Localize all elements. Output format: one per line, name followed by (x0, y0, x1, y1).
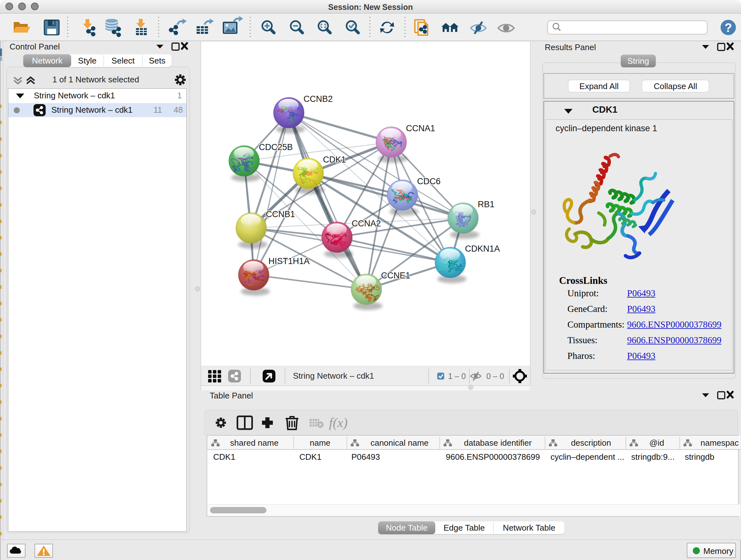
svg-text:CDKN1A: CDKN1A (465, 244, 500, 253)
svg-text:shared name: shared name (230, 438, 279, 448)
svg-text:canonical name: canonical name (370, 438, 428, 448)
svg-text:HIST1H1A: HIST1H1A (268, 256, 310, 266)
svg-text:CCNA1: CCNA1 (406, 124, 435, 133)
svg-text:1 – 0: 1 – 0 (448, 372, 466, 381)
svg-text:CCNA2: CCNA2 (352, 219, 381, 228)
svg-text:name: name (310, 438, 330, 448)
svg-text:CCNB1: CCNB1 (266, 209, 295, 219)
svg-text:CDC6: CDC6 (417, 177, 441, 186)
svg-text:CDC25B: CDC25B (259, 142, 293, 152)
svg-text:CCNB2: CCNB2 (304, 94, 333, 104)
svg-text:@id: @id (650, 438, 664, 448)
svg-text:RB1: RB1 (478, 199, 495, 209)
svg-text:CCNE1: CCNE1 (381, 271, 410, 280)
svg-text:database identifier: database identifier (464, 438, 532, 448)
svg-text:0 – 0: 0 – 0 (486, 372, 504, 381)
svg-text:description: description (571, 438, 611, 448)
svg-text:namespac: namespac (700, 438, 739, 448)
svg-text:CDK1: CDK1 (323, 155, 346, 165)
svg-text:?: ? (724, 21, 732, 35)
svg-text:f(x): f(x) (329, 415, 347, 430)
